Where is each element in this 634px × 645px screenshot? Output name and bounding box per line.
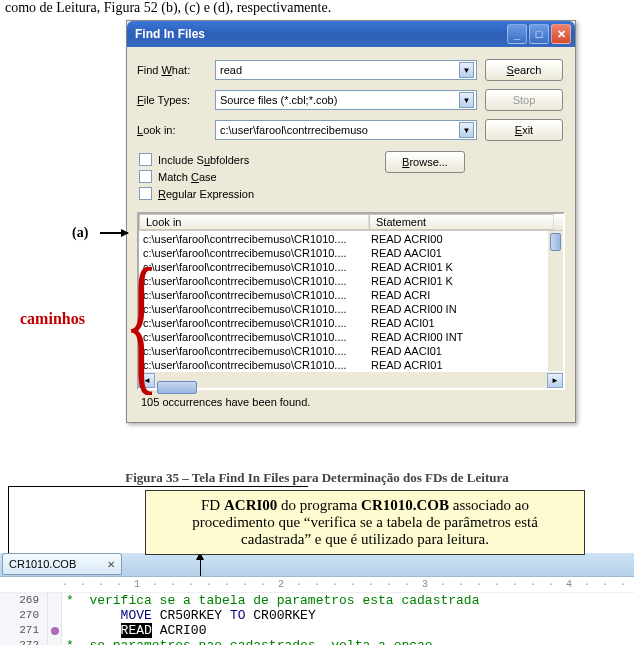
editor-tab-label: CR1010.COB (9, 558, 76, 570)
minimize-button[interactable]: _ (507, 24, 527, 44)
callout-arrow-h (8, 486, 308, 487)
close-button[interactable]: ✕ (551, 24, 571, 44)
list-item[interactable]: c:\user\farool\contrrecibemuso\CR1010...… (139, 358, 563, 371)
vertical-scrollbar[interactable] (547, 231, 563, 371)
list-item[interactable]: c:\user\farool\contrrecibemuso\CR1010...… (139, 288, 563, 302)
editor-tab[interactable]: CR1010.COB ✕ (2, 553, 122, 575)
annotation-caminhos: caminhos (20, 310, 85, 328)
include-subfolders-label: Include Subfolders (158, 154, 249, 166)
column-header-statement[interactable]: Statement (369, 214, 554, 230)
search-button[interactable]: Search (485, 59, 563, 81)
callout-box: FD ACRI00 do programa CR1010.COB associa… (145, 490, 585, 555)
code-editor[interactable]: · · · · 1 · · · · · · · 2 · · · · · · · … (0, 576, 634, 645)
titlebar[interactable]: Find In Files _ □ ✕ (127, 21, 575, 47)
editor-ruler: · · · · 1 · · · · · · · 2 · · · · · · · … (0, 577, 634, 593)
file-types-label: File Types: (137, 94, 215, 106)
list-item[interactable]: c:\user\farool\contrrecibemuso\CR1010...… (139, 330, 563, 344)
title-text: Find In Files (131, 27, 507, 41)
look-in-label: Look in: (137, 124, 215, 136)
callout-arrow-v1 (8, 486, 9, 556)
list-item[interactable]: c:\user\farool\contrrecibemuso\CR1010...… (139, 232, 563, 246)
find-what-label: Find What: (137, 64, 215, 76)
scroll-right-icon[interactable]: ► (547, 373, 563, 388)
code-line[interactable]: 270 MOVE CR50RKEY TO CR00RKEY (0, 608, 634, 623)
code-line[interactable]: 272* se parametros nao cadastrados, volt… (0, 638, 634, 645)
stop-button: Stop (485, 89, 563, 111)
regex-label: Regular Expression (158, 188, 254, 200)
find-what-input[interactable]: read ▼ (215, 60, 477, 80)
file-types-input[interactable]: Source files (*.cbl;*.cob) ▼ (215, 90, 477, 110)
look-in-input[interactable]: c:\user\farool\contrrecibemuso ▼ (215, 120, 477, 140)
chevron-down-icon[interactable]: ▼ (459, 92, 474, 108)
close-icon[interactable]: ✕ (107, 559, 115, 570)
code-line[interactable]: 271 READ ACRI00 (0, 623, 634, 638)
figure-caption: Figura 35 – Tela Find In Files para Dete… (0, 470, 634, 486)
list-item[interactable]: c:\user\farool\contrrecibemuso\CR1010...… (139, 260, 563, 274)
results-listview: Look in Statement c:\user\farool\contrre… (137, 212, 565, 390)
status-text: 105 occurrences have been found. (137, 390, 565, 412)
list-item[interactable]: c:\user\farool\contrrecibemuso\CR1010...… (139, 274, 563, 288)
list-item[interactable]: c:\user\farool\contrrecibemuso\CR1010...… (139, 246, 563, 260)
annotation-a: (a) (72, 225, 88, 241)
horizontal-scrollbar[interactable]: ◄ ► (139, 371, 563, 388)
breakpoint-icon[interactable] (51, 627, 59, 635)
list-item[interactable]: c:\user\farool\contrrecibemuso\CR1010...… (139, 344, 563, 358)
list-item[interactable]: c:\user\farool\contrrecibemuso\CR1010...… (139, 302, 563, 316)
match-case-checkbox[interactable] (139, 170, 152, 183)
include-subfolders-checkbox[interactable] (139, 153, 152, 166)
brace-icon: { (125, 245, 159, 399)
page-context-text: como de Leitura, Figura 52 (b), (c) e (d… (5, 0, 331, 16)
maximize-button[interactable]: □ (529, 24, 549, 44)
browse-button[interactable]: Browse... (385, 151, 465, 173)
regex-checkbox[interactable] (139, 187, 152, 200)
chevron-down-icon[interactable]: ▼ (459, 62, 474, 78)
list-item[interactable]: c:\user\farool\contrrecibemuso\CR1010...… (139, 316, 563, 330)
exit-button[interactable]: Exit (485, 119, 563, 141)
match-case-label: Match Case (158, 171, 217, 183)
code-line[interactable]: 269* verifica se a tabela de parametros … (0, 593, 634, 608)
arrow-icon (100, 232, 128, 234)
column-header-lookin[interactable]: Look in (139, 214, 369, 230)
chevron-down-icon[interactable]: ▼ (459, 122, 474, 138)
find-in-files-dialog: Find In Files _ □ ✕ Find What: read ▼ Se… (126, 20, 576, 423)
